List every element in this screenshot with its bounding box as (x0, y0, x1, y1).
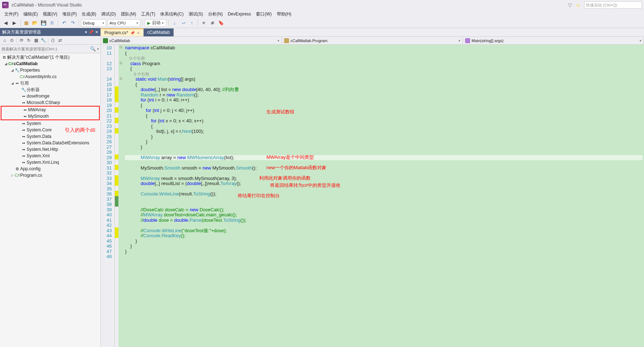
titlebar: cCallMatlab - Microsoft Visual Studio ▽ … (0, 0, 644, 10)
show-all-icon[interactable]: ▦ (33, 37, 39, 44)
assemblyinfo-node[interactable]: C#AssemblyInfo.cs (0, 73, 100, 80)
step-out-button[interactable]: ↑ (188, 19, 195, 27)
redo-button[interactable]: ↷ (69, 19, 76, 27)
new-project-button[interactable]: ▦ (23, 19, 30, 27)
marker-strip (115, 45, 118, 347)
panel-close-icon[interactable]: ✕ (95, 30, 98, 35)
references-node[interactable]: ◢▪▪引用 (0, 80, 100, 86)
ref-mwarray[interactable]: ▪▪MWArray (1, 107, 99, 113)
close-icon[interactable]: ✕ (137, 31, 140, 35)
programcs-node[interactable]: ▷C#Program.cs (0, 172, 100, 179)
uncomment-button[interactable]: ≢ (209, 19, 216, 27)
panel-title: 解决方案资源管理器 (2, 29, 41, 35)
step-into-button[interactable]: ↓ (171, 19, 178, 27)
ref-mscharp[interactable]: ▪▪Microsoft.CSharp (0, 99, 100, 106)
fold-strip: ⊟⊟⊟ (118, 45, 123, 347)
home-icon[interactable]: ⌂ (1, 37, 8, 44)
ref-analyzer[interactable]: 🔧分析器 (0, 86, 100, 93)
menu-edit[interactable]: 编辑(E) (21, 10, 40, 18)
menu-build[interactable]: 生成(B) (80, 10, 98, 18)
search-box[interactable]: 🔍 ▾ (0, 45, 100, 53)
ref-sysdata[interactable]: ▪▪System.Data (0, 133, 100, 140)
start-button[interactable]: ▶启动▾ (145, 19, 166, 27)
open-file-button[interactable]: 📂 (31, 19, 39, 27)
menu-team[interactable]: 团队(M) (119, 10, 138, 18)
step-over-button[interactable]: ⤻ (180, 19, 187, 27)
comment-button[interactable]: ≡ (200, 19, 207, 27)
window-title: cCallMatlab - Microsoft Visual Studio (12, 3, 82, 8)
editor-area: Program.cs*📌✕ cCallMatlab cCallMatlab cC… (101, 28, 644, 347)
appconfig-node[interactable]: ⚙App.config (0, 166, 100, 172)
platform-dropdown[interactable]: Any CPU (108, 19, 140, 27)
code-editor[interactable]: 1011121314151617181920212223242526272829… (101, 45, 644, 347)
properties-node[interactable]: ◢🔧Properties (0, 67, 100, 73)
panel-header: 解决方案资源管理器 ▾ 📌 ✕ (0, 28, 100, 36)
quick-launch-input[interactable]: 快速启动 (Ctrl+Q) (584, 1, 642, 9)
annot-testarray: 生成测试数组 (266, 109, 294, 115)
toolbar: ◀ ▶ ▦ 📂 💾 ⎘ ↶ ↷ Debug Any CPU ▶启动▾ ↓ ⤻ ↑… (0, 18, 644, 28)
save-all-button[interactable]: ⎘ (49, 19, 56, 27)
menubar: 文件(F) 编辑(E) 视图(V) 项目(P) 生成(B) 调试(D) 团队(M… (0, 10, 644, 18)
bookmark-button[interactable]: 🔖 (217, 19, 225, 27)
panel-dropdown-icon[interactable]: ▾ (85, 30, 87, 35)
nav-class[interactable]: cCallMatlab.Program (282, 37, 463, 44)
menu-analyze[interactable]: 分析(N) (206, 10, 225, 18)
menu-file[interactable]: 文件(F) (2, 10, 21, 18)
annot-callfunc: 利用此对象调用你的函数 (259, 176, 311, 181)
preview-icon[interactable]: ⟨⟩ (50, 37, 56, 44)
solution-explorer-panel: 解决方案资源管理器 ▾ 📌 ✕ ⌂ ⊙ ⟳ ↻ ▦ 🔧 ⟨⟩ ⇄ 🔍 ▾ ⧉解决… (0, 28, 101, 347)
scope-icon[interactable]: ⇄ (57, 37, 63, 44)
menu-view[interactable]: 视图(V) (41, 10, 59, 18)
menu-debug[interactable]: 调试(D) (99, 10, 118, 18)
menu-test[interactable]: 测试(S) (186, 10, 205, 18)
ref-dosefromge[interactable]: ▪▪dosefromge (0, 93, 100, 99)
annot-printout: 将结果打印在控制台 (238, 193, 280, 199)
menu-arch[interactable]: 体系结构(C) (158, 10, 186, 18)
refresh-icon[interactable]: ↻ (26, 37, 32, 44)
nav-fwd-button[interactable]: ▶ (11, 19, 18, 27)
nav-project[interactable]: cCallMatlab (101, 37, 282, 44)
menu-devexpress[interactable]: DevExpress (226, 11, 253, 17)
panel-pin-icon[interactable]: 📌 (89, 30, 94, 35)
ref-sysxmllinq[interactable]: ▪▪System.Xml.Linq (0, 159, 100, 166)
sync-icon[interactable]: ⟳ (18, 37, 25, 44)
properties-icon[interactable]: 🔧 (40, 37, 46, 44)
ref-mysmooth[interactable]: ▪▪MySmooth (1, 113, 99, 120)
solution-tree: ⧉解决方案"cCallMatlab"(1 个项目) ◢C#cCallMatlab… (0, 53, 100, 347)
solution-node[interactable]: ⧉解决方案"cCallMatlab"(1 个项目) (0, 54, 100, 60)
collapse-icon[interactable]: ⊙ (9, 37, 15, 44)
editor-tabs: Program.cs*📌✕ cCallMatlab (101, 28, 644, 37)
project-node[interactable]: ◢C#cCallMatlab (0, 60, 100, 67)
menu-tools[interactable]: 工具(T) (139, 10, 157, 18)
annot-mwarray: MWArray是个中间类型 (266, 155, 314, 160)
ref-sysxml[interactable]: ▪▪System.Xml (0, 153, 100, 159)
ref-system[interactable]: ▪▪System (0, 120, 100, 127)
annot-newobj: new一个你的Matlab函数对象 (266, 165, 326, 171)
ref-sysdataext[interactable]: ▪▪System.Data.DataSetExtensions (0, 140, 100, 146)
pin-icon[interactable]: 📌 (130, 31, 135, 35)
menu-project[interactable]: 项目(P) (60, 10, 79, 18)
config-dropdown[interactable]: Debug (81, 19, 106, 27)
feedback-icon[interactable]: ☺ (576, 2, 581, 8)
save-button[interactable]: 💾 (40, 19, 47, 27)
search-icon[interactable]: 🔍 (90, 46, 96, 51)
annotation-dll: 引入的两个dll (65, 127, 95, 134)
vs-logo-icon (2, 2, 9, 8)
search-input[interactable] (1, 47, 90, 51)
tab-ccall[interactable]: cCallMatlab (144, 28, 174, 36)
menu-help[interactable]: 帮助(H) (275, 10, 294, 18)
annot-convert: 将返回结果转为c#中的类型并接收 (270, 183, 341, 188)
code-content[interactable]: namespace cCallMatlab{ 0 个引用 class Progr… (123, 45, 644, 347)
nav-back-button[interactable]: ◀ (2, 19, 9, 27)
tab-program[interactable]: Program.cs*📌✕ (101, 28, 144, 36)
line-numbers: 1011121314151617181920212223242526272829… (101, 45, 115, 347)
menu-window[interactable]: 窗口(W) (254, 10, 274, 18)
nav-member[interactable]: Main(string[] args) (463, 37, 644, 44)
notifications-icon[interactable]: ▽ (568, 2, 572, 8)
panel-toolbar: ⌂ ⊙ ⟳ ↻ ▦ 🔧 ⟨⟩ ⇄ (0, 36, 100, 45)
nav-bar: cCallMatlab cCallMatlab.Program Main(str… (101, 37, 644, 45)
undo-button[interactable]: ↶ (60, 19, 68, 27)
ref-sysnethttp[interactable]: ▪▪System.Net.Http (0, 146, 100, 153)
